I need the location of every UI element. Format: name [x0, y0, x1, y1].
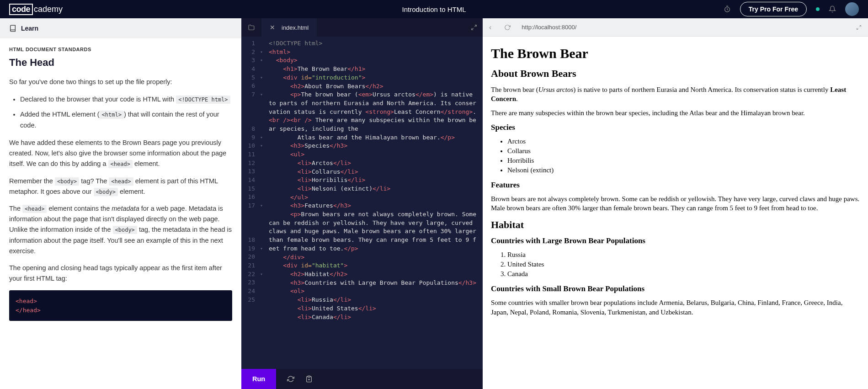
svg-rect-1 — [308, 376, 310, 377]
learn-label: Learn — [21, 25, 38, 32]
avatar[interactable] — [845, 2, 859, 16]
folder-icon[interactable] — [241, 24, 261, 31]
reload-icon[interactable] — [498, 24, 517, 31]
refresh-icon[interactable] — [287, 375, 294, 383]
book-icon — [9, 25, 16, 32]
lesson-pane: Learn HTML DOCUMENT STANDARDS The Head S… — [0, 18, 241, 389]
preview-pane: ‹ http://localhost:8000/ The Brown Bear … — [483, 18, 868, 389]
preview-h3-large: Countries with Large Brown Bear Populati… — [491, 236, 860, 245]
url-bar[interactable]: http://localhost:8000/ — [517, 24, 850, 31]
list-item: United States — [507, 260, 860, 269]
list-item: Declared to the browser that your code i… — [20, 94, 232, 105]
page-title: Introduction to HTML — [402, 5, 466, 13]
browser-bar: ‹ http://localhost:8000/ — [483, 18, 868, 37]
bell-icon[interactable] — [829, 5, 836, 13]
preview-species-list: Arctos Collarus Horribilis Nelsoni (exti… — [507, 137, 860, 175]
code-example: <head> </head> — [9, 290, 232, 321]
timer-icon[interactable] — [724, 5, 731, 13]
preview-p-features: Brown bears are not always completely br… — [491, 194, 860, 213]
preview-p1: The brown bear (Ursus arctos) is native … — [491, 85, 860, 104]
editor-pane: ✕ index.html 1234567 891011121314151617 … — [241, 18, 483, 389]
list-item: Added the HTML element (<html>) that wil… — [20, 109, 232, 131]
preview-p2: There are many subspecies within the bro… — [491, 108, 860, 117]
preview-content: The Brown Bear About Brown Bears The bro… — [483, 37, 868, 389]
tab-label: index.html — [282, 24, 309, 31]
code-editor[interactable]: 1234567 891011121314151617 1819202122232… — [241, 37, 483, 369]
header-actions: Try Pro For Free — [724, 2, 859, 16]
list-item: Arctos — [507, 137, 860, 146]
preview-h3-features: Features — [491, 181, 860, 190]
expand-icon[interactable] — [471, 24, 477, 31]
code-content[interactable]: <!DOCTYPE html> <html> <body> <h1>The Br… — [265, 37, 483, 369]
preview-h1: The Brown Bear — [491, 46, 860, 61]
app-header: codecademy Introduction to HTML Try Pro … — [0, 0, 868, 18]
status-dot-icon[interactable] — [816, 7, 820, 11]
editor-tab[interactable]: ✕ index.html — [261, 18, 317, 37]
lesson-p4: The <head> element contains the metadata… — [9, 203, 232, 256]
preview-h2-habitat: Habitat — [491, 219, 860, 231]
list-item: Russia — [507, 250, 860, 260]
preview-p-small: Some countries with smaller brown bear p… — [491, 298, 860, 317]
logo-rest: cademy — [34, 5, 63, 14]
expand-icon[interactable] — [850, 25, 868, 30]
logo-box: code — [9, 4, 33, 15]
editor-tabs: ✕ index.html — [241, 18, 483, 37]
list-item: Nelsoni (extinct) — [507, 165, 860, 175]
line-gutter: 1234567 891011121314151617 1819202122232… — [241, 37, 258, 369]
lesson-p3: Remember the <body> tag? The <head> elem… — [9, 176, 232, 197]
clipboard-icon[interactable] — [305, 375, 313, 383]
back-icon[interactable]: ‹ — [483, 23, 498, 32]
lesson-p1: So far you've done two things to set up … — [9, 77, 232, 87]
lesson-section: HTML DOCUMENT STANDARDS — [9, 47, 232, 52]
lesson-p2: We have added these elements to the Brow… — [9, 138, 232, 170]
try-pro-button[interactable]: Try Pro For Free — [740, 2, 807, 16]
preview-h3-small: Countries with Small Brown Bear Populati… — [491, 284, 860, 293]
preview-h3-species: Species — [491, 123, 860, 132]
lesson-content: HTML DOCUMENT STANDARDS The Head So far … — [0, 38, 241, 389]
run-button[interactable]: Run — [241, 369, 276, 389]
preview-countries-list: Russia United States Canada — [507, 250, 860, 279]
fold-column: ▾▾▾▾▾▾▾▾▾ — [258, 37, 265, 369]
learn-bar[interactable]: Learn — [0, 18, 241, 38]
lesson-title: The Head — [9, 57, 232, 69]
list-item: Collarus — [507, 146, 860, 156]
list-item: Horribilis — [507, 156, 860, 165]
lesson-p5: The opening and closing head tags typica… — [9, 263, 232, 284]
close-icon[interactable]: ✕ — [270, 24, 275, 31]
logo[interactable]: codecademy — [9, 4, 63, 15]
list-item: Canada — [507, 269, 860, 279]
preview-h2-about: About Brown Bears — [491, 68, 860, 80]
run-bar: Run — [241, 369, 483, 389]
